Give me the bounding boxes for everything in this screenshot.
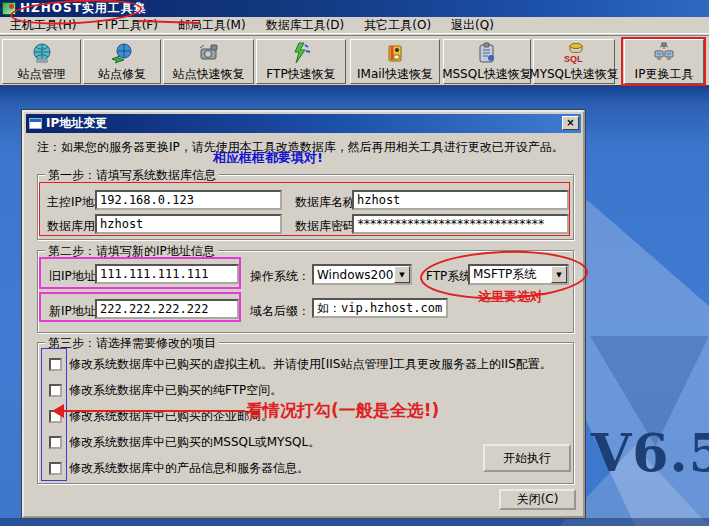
app-icon bbox=[2, 2, 16, 15]
domain-suffix-input[interactable] bbox=[312, 298, 448, 318]
mail-icon bbox=[383, 41, 407, 65]
old-ip-input[interactable] bbox=[95, 264, 239, 284]
db-pass-input[interactable] bbox=[352, 214, 569, 234]
toolbar-button-label: 站点管理 bbox=[18, 66, 66, 83]
globe-icon bbox=[30, 41, 54, 65]
db-user-input[interactable] bbox=[95, 214, 282, 234]
step1-legend: 第一步：请填写系统数据库信息 bbox=[45, 167, 219, 184]
menu-bar: 主机工具(H) FTP工具(F) 邮局工具(M) 数据库工具(D) 其它工具(O… bbox=[0, 17, 709, 34]
toolbar-button-label: IMail快速恢复 bbox=[357, 66, 433, 83]
ftp-system-select[interactable]: MSFTP系统 ▼ bbox=[468, 264, 569, 285]
virtual-host-checkbox[interactable] bbox=[49, 358, 62, 371]
machine-icon bbox=[197, 41, 221, 65]
db-name-label: 数据库名称 bbox=[295, 194, 355, 211]
toolbar-button-ip-change-tool[interactable]: IP更换工具 bbox=[624, 39, 704, 84]
toolbar-button-label: MSSQL快速恢复 bbox=[442, 66, 532, 83]
toolbar-button-label: FTP快速恢复 bbox=[266, 66, 335, 83]
ftp-system-select-value: MSFTP系统 bbox=[470, 266, 551, 283]
toolbar-button-label: MYSQL快速恢复 bbox=[529, 66, 618, 83]
dialog-icon bbox=[29, 118, 42, 129]
dialog-title-bar[interactable]: IP地址变更 bbox=[26, 114, 581, 133]
menu-item-mail-tools[interactable]: 邮局工具(M) bbox=[168, 16, 256, 35]
menu-item-other-tools[interactable]: 其它工具(O) bbox=[354, 16, 441, 35]
checkbox-row-mssql-mysql: 修改系统数据库中已购买的MSSQL或MYSQL。 bbox=[49, 434, 320, 451]
checkbox-label: 修改系统数据库中的产品信息和服务器信息。 bbox=[69, 460, 309, 477]
globe-repair-icon bbox=[110, 41, 134, 65]
step3-legend: 第三步：请选择需要修改的项目 bbox=[45, 335, 219, 352]
toolbar-button-site-quick-restore[interactable]: 站点快速恢复 bbox=[163, 39, 254, 84]
checkbox-row-ftp-space: 修改系统数据库中已购买的纯FTP空间。 bbox=[49, 382, 282, 399]
toolbar-button-mssql-quick-restore[interactable]: MSSQL快速恢复 bbox=[443, 39, 531, 84]
lightning-icon bbox=[289, 41, 313, 65]
toolbar-button-imail-quick-restore[interactable]: IMail快速恢复 bbox=[350, 39, 440, 84]
mssql-mysql-checkbox[interactable] bbox=[49, 436, 62, 449]
domain-suffix-label: 域名后缀： bbox=[250, 303, 310, 320]
step2-groupbox: 第二步：请填写新的IP地址信息 bbox=[37, 250, 574, 333]
menu-item-database-tools[interactable]: 数据库工具(D) bbox=[256, 16, 355, 35]
toolbar-button-site-manage[interactable]: 站点管理 bbox=[2, 39, 81, 84]
chevron-down-icon[interactable]: ▼ bbox=[394, 266, 410, 283]
dialog-note: 注：如果您的服务器更换IP，请先使用本工具改造数据库，然后再用相关工具进行更改已… bbox=[37, 139, 577, 156]
os-select[interactable]: Windows2003 ▼ bbox=[312, 264, 412, 285]
checkbox-row-product-info: 修改系统数据库中的产品信息和服务器信息。 bbox=[49, 460, 309, 477]
sql-icon: SQL bbox=[562, 41, 586, 65]
ftp-system-label: FTP系统 bbox=[426, 268, 471, 285]
close-button[interactable]: 关闭(C) bbox=[499, 489, 576, 510]
ftp-space-checkbox[interactable] bbox=[49, 384, 62, 397]
close-icon[interactable]: × bbox=[562, 116, 579, 130]
svg-text:SQL: SQL bbox=[564, 54, 583, 64]
menu-item-exit[interactable]: 退出(Q) bbox=[441, 16, 504, 35]
toolbar-button-mysql-quick-restore[interactable]: SQL MYSQL快速恢复 bbox=[533, 39, 615, 84]
master-ip-input[interactable] bbox=[95, 190, 282, 210]
menu-item-host-tools[interactable]: 主机工具(H) bbox=[0, 16, 86, 35]
db-name-input[interactable] bbox=[352, 190, 569, 210]
window-title: HZHOST实用工具集 bbox=[20, 0, 147, 17]
chevron-down-icon[interactable]: ▼ bbox=[551, 266, 567, 283]
toolbar-button-label: IP更换工具 bbox=[635, 66, 694, 83]
os-select-value: Windows2003 bbox=[314, 268, 394, 282]
toolbar-button-label: 站点修复 bbox=[98, 66, 146, 83]
mail-office-checkbox[interactable] bbox=[49, 410, 62, 423]
toolbar: 站点管理 站点修复 站点快速恢复 FTP快速恢复 IMail快速恢复 MSSQL… bbox=[0, 35, 709, 86]
toolbar-button-ftp-quick-restore[interactable]: FTP快速恢复 bbox=[256, 39, 346, 84]
execute-button[interactable]: 开始执行 bbox=[483, 444, 571, 472]
menu-item-ftp-tools[interactable]: FTP工具(F) bbox=[86, 16, 168, 35]
checkbox-row-virtual-host: 修改系统数据库中已购买的虚拟主机。并请使用[IIS站点管理]工具更改服务器上的I… bbox=[49, 356, 552, 373]
toolbar-button-site-repair[interactable]: 站点修复 bbox=[83, 39, 161, 84]
checkbox-label: 修改系统数据库中已购买的纯FTP空间。 bbox=[69, 382, 282, 399]
checkbox-label: 修改系统数据库中已购买的虚拟主机。并请使用[IIS站点管理]工具更改服务器上的I… bbox=[69, 356, 552, 373]
window-title-bar[interactable]: HZHOST实用工具集 bbox=[0, 0, 709, 17]
background-bottom-strip bbox=[0, 518, 709, 526]
db-pass-label: 数据库密码 bbox=[295, 218, 355, 235]
computers-icon bbox=[652, 41, 676, 65]
toolbar-button-label: 站点快速恢复 bbox=[173, 66, 245, 83]
clipboard-icon bbox=[475, 41, 499, 65]
checkbox-label: 修改系统数据库中已购买的MSSQL或MYSQL。 bbox=[69, 434, 320, 451]
screen: V6.5 ange the HZHOST实用工具集 主机工具(H) FTP工具(… bbox=[0, 0, 709, 526]
product-info-checkbox[interactable] bbox=[49, 462, 62, 475]
new-ip-input[interactable] bbox=[95, 299, 239, 319]
os-label: 操作系统： bbox=[250, 268, 310, 285]
background-version-text: V6.5 bbox=[591, 427, 709, 479]
dialog-title: IP地址变更 bbox=[46, 115, 107, 132]
checkbox-row-mail-office: 修改系统数据库中已购买的企业邮局。 bbox=[49, 408, 273, 425]
ip-change-dialog: IP地址变更 × 注：如果您的服务器更换IP，请先使用本工具改造数据库，然后再用… bbox=[22, 110, 585, 518]
checkbox-label: 修改系统数据库中已购买的企业邮局。 bbox=[69, 408, 273, 425]
step2-legend: 第二步：请填写新的IP地址信息 bbox=[45, 243, 218, 260]
